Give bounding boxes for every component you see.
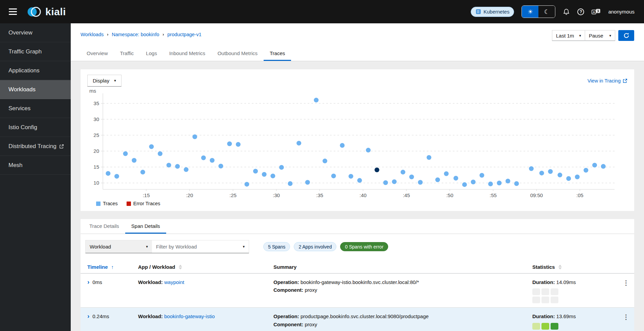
breadcrumb-workload-name[interactable]: productpage-v1 <box>167 32 201 37</box>
column-header-statistics[interactable]: Statistics <box>532 264 618 270</box>
light-theme-button[interactable]: ☀ <box>522 6 538 18</box>
span-start-time: 0.24ms <box>92 312 109 320</box>
refresh-button[interactable] <box>618 30 634 41</box>
sort-icon <box>179 265 182 269</box>
traces-swatch-icon <box>96 202 101 206</box>
sidebar-item-distributed-tracing[interactable]: Distributed Tracing <box>0 137 71 156</box>
sidebar-item-services[interactable]: Services <box>0 99 71 118</box>
row-expand-chevron-icon[interactable]: › <box>87 279 89 285</box>
svg-text:30: 30 <box>93 116 99 122</box>
column-header-summary: Summary <box>273 264 532 270</box>
column-header-app-workload[interactable]: App / Workload <box>138 264 273 270</box>
spans-with-error-chip[interactable]: 0 Spans with error <box>340 242 388 251</box>
component-value: proxy <box>305 287 317 293</box>
sort-icon <box>558 265 562 269</box>
span-row: › 0.24ms Workload: bookinfo-gateway-isti… <box>81 307 634 331</box>
main-content: Workloads › Namespace: bookinfo › produc… <box>71 23 644 331</box>
username: anonymous <box>608 9 635 15</box>
content-header: Workloads › Namespace: bookinfo › produc… <box>71 23 644 61</box>
svg-text::55: :55 <box>490 192 497 198</box>
tab-traces[interactable]: Traces <box>264 46 291 61</box>
row-expand-chevron-icon[interactable]: › <box>87 313 89 319</box>
row-actions-kebab-icon[interactable]: ⋮ <box>618 278 634 303</box>
svg-text::30: :30 <box>273 192 280 198</box>
sidebar-item-traffic-graph[interactable]: Traffic Graph <box>0 42 71 61</box>
svg-text::25: :25 <box>229 192 237 198</box>
svg-text::40: :40 <box>359 192 367 198</box>
time-range-select[interactable]: Last 1m ▾ <box>552 30 585 41</box>
spans-table: Timeline ↑ App / Workload Summary Statis… <box>81 261 634 331</box>
tab-traffic[interactable]: Traffic <box>114 46 140 61</box>
workload-tabs: Overview Traffic Logs Inbound Metrics Ou… <box>81 46 634 61</box>
duration-heatmap <box>532 323 618 331</box>
refresh-sync-icon <box>623 32 629 39</box>
cluster-badge-label: Kubernetes <box>484 9 510 15</box>
filter-by-workload-input[interactable]: Filter by Workload ▾ <box>152 240 249 253</box>
svg-text:20: 20 <box>93 148 99 154</box>
duration-heatmap <box>532 288 618 303</box>
tab-span-details[interactable]: Span Details <box>125 219 166 234</box>
tab-overview[interactable]: Overview <box>81 46 114 61</box>
kiali-brand[interactable]: kiali <box>26 4 66 19</box>
sun-icon: ☀ <box>528 8 533 16</box>
view-in-tracing-link[interactable]: View in Tracing <box>587 78 627 84</box>
refresh-interval-select[interactable]: Pause ▾ <box>585 30 615 41</box>
sidebar-item-workloads[interactable]: Workloads <box>0 80 71 99</box>
menu-toggle-icon[interactable] <box>9 8 17 15</box>
span-start-time: 0ms <box>92 278 102 286</box>
caret-down-icon: ▾ <box>114 78 116 83</box>
notifications-bell-icon[interactable] <box>563 8 570 16</box>
display-dropdown[interactable]: Display ▾ <box>87 75 121 87</box>
traces-scatter-chart[interactable]: 101520253035:15:20:25:30:35:40:45:50:550… <box>87 88 627 199</box>
svg-text::15: :15 <box>143 192 150 198</box>
legend-traces[interactable]: Traces <box>96 201 118 206</box>
svg-text:10: 10 <box>93 180 99 186</box>
breadcrumb: Workloads › Namespace: bookinfo › produc… <box>81 30 201 37</box>
workload-link[interactable]: bookinfo-gateway-istio <box>164 313 215 319</box>
sidebar-item-istio-config[interactable]: Istio Config <box>0 118 71 137</box>
filter-type-select[interactable]: Workload ▾ <box>86 240 152 253</box>
help-icon[interactable]: ? <box>577 8 584 15</box>
breadcrumb-workloads[interactable]: Workloads <box>81 32 104 37</box>
caret-down-icon: ▾ <box>146 244 148 249</box>
sort-ascending-icon: ↑ <box>111 264 114 270</box>
kiali-logo-icon <box>26 4 43 19</box>
traces-chart-card: Display ▾ View in Tracing 101520253035:1… <box>81 69 634 211</box>
details-subtabs: Trace Details Span Details <box>81 219 634 234</box>
svg-text::20: :20 <box>186 192 193 198</box>
chevron-right-icon: › <box>107 32 108 37</box>
tab-inbound-metrics[interactable]: Inbound Metrics <box>163 46 212 61</box>
sidebar-nav: Overview Traffic Graph Applications Work… <box>0 23 71 331</box>
legend-error-traces[interactable]: Error Traces <box>127 201 160 206</box>
tab-trace-details[interactable]: Trace Details <box>83 219 125 234</box>
cluster-icon <box>475 9 481 15</box>
caret-down-icon: ▾ <box>609 33 611 38</box>
sidebar-item-overview[interactable]: Overview <box>0 23 71 42</box>
svg-text::35: :35 <box>316 192 323 198</box>
dark-theme-button[interactable]: ☾ <box>538 6 555 18</box>
tab-logs[interactable]: Logs <box>140 46 163 61</box>
cluster-badge[interactable]: Kubernetes <box>471 7 514 17</box>
row-actions-kebab-icon[interactable]: ⋮ <box>618 312 634 331</box>
operation-value: bookinfo-gateway-istio.bookinfo.svc.clus… <box>301 279 419 285</box>
workload-link[interactable]: waypoint <box>164 279 184 285</box>
sidebar-item-mesh[interactable]: Mesh <box>0 156 71 175</box>
column-header-timeline[interactable]: Timeline ↑ <box>87 264 138 270</box>
chevron-right-icon: › <box>162 32 164 37</box>
table-header-row: Timeline ↑ App / Workload Summary Statis… <box>81 261 634 274</box>
component-value: proxy <box>305 322 317 327</box>
chart-legend: Traces Error Traces <box>96 201 627 206</box>
error-traces-swatch-icon <box>127 202 131 206</box>
sidebar-item-applications[interactable]: Applications <box>0 61 71 80</box>
svg-text:A: A <box>593 10 595 14</box>
duration-value: 13.69ms <box>556 313 576 319</box>
svg-text:09:50: 09:50 <box>530 192 543 198</box>
svg-text::45: :45 <box>403 192 410 198</box>
external-link-icon <box>623 78 627 83</box>
language-icon[interactable]: A <box>592 8 601 15</box>
breadcrumb-namespace[interactable]: Namespace: bookinfo <box>112 32 159 37</box>
masthead: kiali Kubernetes ☀ ☾ ? A anonymous <box>0 0 644 23</box>
tab-outbound-metrics[interactable]: Outbound Metrics <box>212 46 264 61</box>
spans-count-chip[interactable]: 5 Spans <box>263 242 290 251</box>
apps-involved-chip[interactable]: 2 Apps involved <box>294 242 336 251</box>
